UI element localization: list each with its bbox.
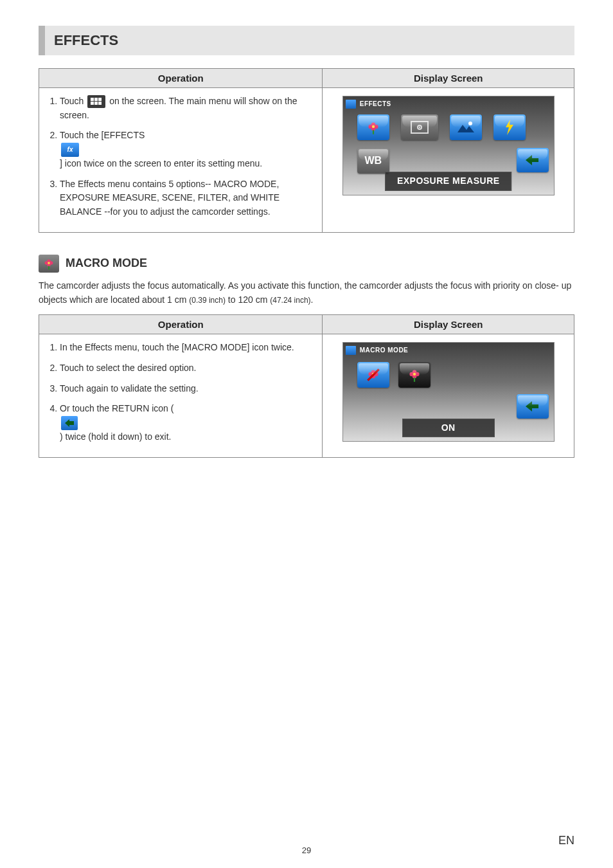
filter-icon[interactable] bbox=[493, 114, 526, 140]
macro-intro: The camcorder adjusts the focus automati… bbox=[39, 279, 574, 307]
scene-icon[interactable] bbox=[450, 114, 482, 140]
effects-step-2: Touch the [EFFECTS fx ] icon twice on th… bbox=[60, 129, 315, 170]
macro-on-label: ON bbox=[402, 419, 495, 438]
menu-grid-icon bbox=[87, 95, 105, 108]
macro-step-4: Or touch the RETURN icon ( ) twice (hold… bbox=[60, 402, 315, 444]
macro-header-icon bbox=[39, 255, 59, 273]
macro-heading: MACRO MODE bbox=[66, 257, 147, 270]
effects-step-1: Touch on the screen. The main menu will … bbox=[60, 95, 315, 122]
macro-display-cell: MACRO MODE ON bbox=[323, 334, 574, 457]
macro-step-3: Touch again to validate the setting. bbox=[60, 382, 315, 396]
effects-screen: EFFECTS bbox=[342, 96, 555, 195]
svg-point-19 bbox=[48, 262, 50, 264]
svg-rect-5 bbox=[98, 102, 102, 105]
macro-screen: MACRO MODE ON bbox=[342, 342, 555, 442]
effects-display-cell: EFFECTS bbox=[323, 88, 574, 233]
return-icon[interactable] bbox=[517, 148, 549, 172]
screen-title-2: MACRO MODE bbox=[360, 345, 409, 356]
svg-point-20 bbox=[371, 370, 375, 375]
macro-section-header: MACRO MODE bbox=[39, 255, 574, 273]
macro-step-2: Touch to select the desired option. bbox=[60, 361, 315, 375]
svg-point-30 bbox=[413, 373, 416, 375]
macro-operation-cell: In the Effects menu, touch the [MACRO MO… bbox=[39, 334, 323, 457]
col-display-2: Display Screen bbox=[323, 315, 574, 334]
col-display: Display Screen bbox=[323, 69, 574, 88]
screen-title-icon-2 bbox=[346, 346, 356, 355]
svg-rect-4 bbox=[94, 102, 98, 105]
exposure-measure-icon[interactable] bbox=[401, 114, 438, 140]
effects-operation-cell: Touch on the screen. The main menu will … bbox=[39, 88, 323, 233]
col-operation-2: Operation bbox=[39, 315, 323, 334]
svg-point-13 bbox=[419, 127, 420, 128]
macro-option-off[interactable] bbox=[357, 362, 389, 388]
page-heading: EFFECTS bbox=[39, 26, 574, 55]
svg-point-14 bbox=[468, 122, 472, 125]
col-operation: Operation bbox=[39, 69, 323, 88]
macro-mode-icon[interactable] bbox=[357, 114, 389, 140]
macro-step-1: In the Effects menu, touch the [MACRO MO… bbox=[60, 341, 315, 355]
white-balance-icon[interactable]: WB bbox=[357, 148, 389, 174]
svg-point-6 bbox=[371, 122, 375, 127]
svg-rect-0 bbox=[91, 98, 94, 101]
macro-table: Operation Display Screen In the Effects … bbox=[39, 314, 574, 457]
page-number: 29 bbox=[0, 845, 613, 855]
svg-rect-1 bbox=[94, 98, 98, 101]
effects-fx-icon: fx bbox=[61, 143, 79, 157]
svg-rect-2 bbox=[98, 98, 102, 101]
screen-title: EFFECTS bbox=[360, 99, 391, 109]
return-inline-icon bbox=[61, 416, 78, 430]
svg-point-10 bbox=[372, 125, 375, 128]
macro-option-on[interactable] bbox=[398, 362, 431, 388]
svg-point-26 bbox=[412, 370, 416, 375]
exposure-measure-label: EXPOSURE MEASURE bbox=[385, 172, 512, 191]
effects-table: Operation Display Screen Touch on t bbox=[39, 68, 574, 233]
effects-step-3: The Effects menu contains 5 options-- MA… bbox=[60, 177, 315, 219]
return-icon-2[interactable] bbox=[517, 394, 549, 419]
screen-title-icon bbox=[346, 100, 356, 109]
svg-rect-3 bbox=[91, 102, 94, 105]
